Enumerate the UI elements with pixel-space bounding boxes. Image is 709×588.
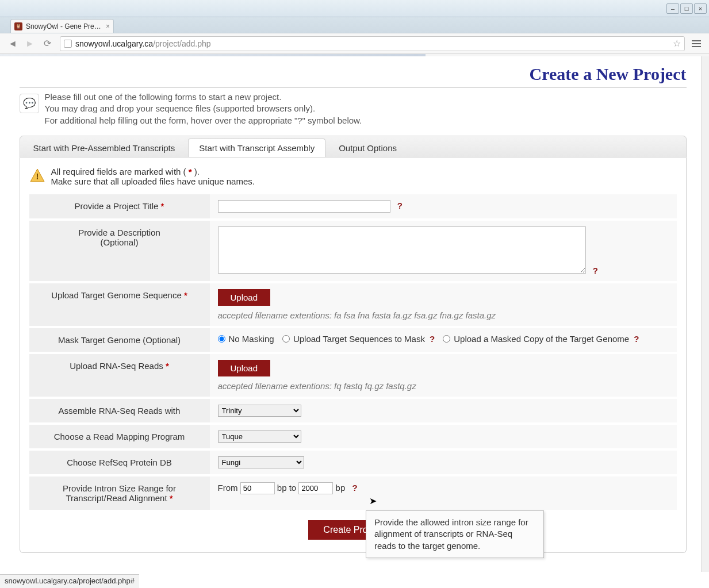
help-description-icon[interactable]: ? (593, 266, 598, 275)
browser-tab-strip: 🦉 SnowyOwl - Gene Predict × (0, 17, 709, 33)
label-intron-range: Provide Intron Size Range forTranscript/… (29, 476, 210, 510)
radio-upload-mask-sequences[interactable]: Upload Target Sequences to Mask ? (282, 334, 435, 344)
intro-text: Please fill out one of the following for… (45, 91, 362, 126)
browser-tab-title: SnowyOwl - Gene Predict (26, 22, 102, 30)
window-maximize-button[interactable]: □ (680, 3, 693, 14)
tab-output-options[interactable]: Output Options (328, 139, 408, 157)
warning-icon: ! (29, 168, 45, 184)
tab-transcript-assembly[interactable]: Start with Transcript Assembly (188, 139, 325, 157)
label-description: Provide a Description(Optional) (29, 221, 210, 281)
form-tabs: Start with Pre-Assembled Transcripts Sta… (20, 136, 687, 157)
radio-no-masking-input[interactable] (218, 335, 225, 343)
browser-toolbar: ◄ ► ⟳ snowyowl.ucalgary.ca/project/add.p… (0, 33, 709, 54)
back-button[interactable]: ◄ (5, 36, 21, 52)
url-host: snowyowl.ucalgary.ca (75, 39, 153, 48)
help-project-title-icon[interactable]: ? (397, 201, 403, 210)
svg-text:!: ! (36, 171, 39, 181)
status-bar: snowyowl.ucalgary.ca/project/add.php# (0, 574, 139, 588)
radio-upload-masked-copy[interactable]: Upload a Masked Copy of the Target Genom… (443, 334, 639, 344)
tab-close-icon[interactable]: × (106, 22, 110, 30)
owl-favicon-icon: 🦉 (14, 22, 22, 30)
label-assemble: Assemble RNA-Seq Reads with (29, 399, 210, 422)
upload-genome-button[interactable]: Upload (218, 289, 271, 306)
label-mask-genome: Mask Target Genome (Optional) (29, 328, 210, 352)
chat-help-icon: 💬 (20, 94, 39, 113)
label-project-title: Provide a Project Title * (29, 194, 210, 218)
assemble-select[interactable]: Trinity (218, 405, 301, 417)
page-title: Create a New Project (20, 62, 687, 88)
notice-text: All required fields are marked with ( * … (51, 167, 255, 186)
radio-no-masking[interactable]: No Masking (218, 334, 274, 344)
site-info-icon[interactable] (64, 40, 72, 48)
intron-bp-to-label: bp to (277, 483, 296, 493)
radio-upload-masked-copy-input[interactable] (443, 335, 450, 343)
intron-help-tooltip: Provide the allowed intron size range fo… (366, 510, 544, 558)
window-close-button[interactable]: × (694, 3, 707, 14)
form-body: ! All required fields are marked with ( … (20, 157, 687, 553)
mapping-select[interactable]: Tuque (218, 431, 301, 443)
window-minimize-button[interactable]: – (666, 3, 679, 14)
genome-hint: accepted filename extentions: fa fsa fna… (218, 310, 669, 320)
label-mapping: Choose a Read Mapping Program (29, 425, 210, 448)
refseq-select[interactable]: Fungi (218, 456, 304, 468)
browser-menu-button[interactable] (688, 36, 704, 52)
browser-tab[interactable]: 🦉 SnowyOwl - Gene Predict × (10, 19, 114, 33)
tab-pre-assembled[interactable]: Start with Pre-Assembled Transcripts (22, 139, 186, 157)
window-chrome: – □ × (0, 0, 709, 17)
help-intron-icon[interactable]: ? (352, 483, 357, 493)
rnaseq-hint: accepted filename extentions: fq fastq f… (218, 381, 669, 391)
label-refseq: Choose RefSeq Protein DB (29, 451, 210, 474)
radio-upload-mask-seq-input[interactable] (282, 335, 290, 343)
description-textarea[interactable] (218, 226, 586, 274)
help-mask-seq-icon[interactable]: ? (430, 334, 435, 344)
label-genome-upload: Upload Target Genome Sequence * (29, 283, 210, 326)
status-url: snowyowl.ucalgary.ca/project/add.php# (5, 577, 135, 585)
intron-bp-label: bp (336, 483, 346, 493)
address-bar[interactable]: snowyowl.ucalgary.ca/project/add.php ☆ (60, 36, 685, 51)
intron-from-label: From (218, 483, 238, 493)
reload-button[interactable]: ⟳ (39, 36, 55, 52)
help-masked-copy-icon[interactable]: ? (634, 334, 639, 344)
mouse-cursor-icon: ➤ (369, 495, 377, 506)
forward-button[interactable]: ► (22, 36, 38, 52)
upload-rnaseq-button[interactable]: Upload (218, 360, 271, 376)
project-title-input[interactable] (218, 200, 390, 213)
intron-to-input[interactable] (298, 482, 333, 494)
intron-from-input[interactable] (240, 482, 275, 494)
bookmark-star-icon[interactable]: ☆ (673, 38, 681, 49)
vertical-scrollbar[interactable] (701, 56, 709, 572)
label-rnaseq-upload: Upload RNA-Seq Reads * (29, 354, 210, 397)
url-path: /project/add.php (153, 39, 210, 48)
